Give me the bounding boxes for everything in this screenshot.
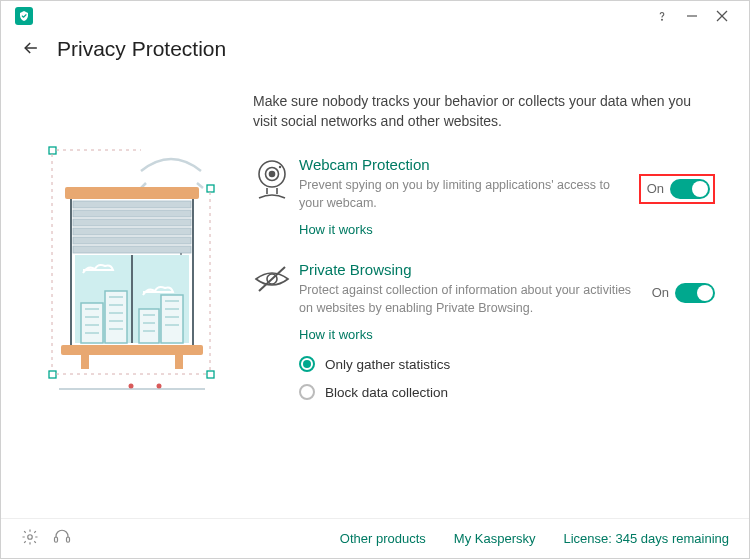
svg-rect-25 bbox=[105, 291, 127, 343]
svg-rect-14 bbox=[73, 201, 191, 208]
svg-rect-7 bbox=[207, 371, 214, 378]
webcam-desc: Prevent spying on you by limiting applic… bbox=[299, 176, 633, 212]
radio-indicator-selected bbox=[299, 356, 315, 372]
close-button[interactable] bbox=[707, 1, 737, 31]
svg-rect-18 bbox=[73, 237, 191, 244]
svg-rect-5 bbox=[207, 185, 214, 192]
svg-rect-46 bbox=[175, 355, 183, 369]
webcam-icon bbox=[253, 156, 299, 237]
svg-rect-16 bbox=[73, 219, 191, 226]
radio-block-collection[interactable]: Block data collection bbox=[299, 384, 715, 400]
svg-rect-26 bbox=[139, 309, 159, 343]
app-logo bbox=[15, 7, 33, 25]
radio-gather-stats[interactable]: Only gather statistics bbox=[299, 356, 715, 372]
svg-rect-45 bbox=[81, 355, 89, 369]
private-browsing-desc: Protect against collection of informatio… bbox=[299, 281, 646, 317]
svg-point-56 bbox=[28, 535, 33, 540]
privacy-illustration bbox=[31, 91, 245, 436]
webcam-title: Webcam Protection bbox=[299, 156, 715, 173]
svg-rect-19 bbox=[73, 246, 191, 253]
footer: Other products My Kaspersky License: 345… bbox=[1, 518, 749, 558]
section-webcam: Webcam Protection Prevent spying on you … bbox=[253, 156, 719, 237]
license-link[interactable]: License: 345 days remaining bbox=[564, 531, 730, 546]
intro-text: Make sure nobody tracks your behavior or… bbox=[253, 91, 719, 132]
svg-rect-27 bbox=[161, 295, 183, 343]
svg-point-0 bbox=[662, 19, 663, 20]
svg-rect-17 bbox=[73, 228, 191, 235]
svg-rect-13 bbox=[65, 187, 199, 199]
webcam-toggle-highlight: On bbox=[639, 174, 715, 204]
svg-rect-15 bbox=[73, 210, 191, 217]
svg-line-55 bbox=[259, 267, 285, 291]
minimize-button[interactable] bbox=[677, 1, 707, 31]
radio-indicator bbox=[299, 384, 315, 400]
webcam-toggle[interactable] bbox=[670, 179, 710, 199]
my-kaspersky-link[interactable]: My Kaspersky bbox=[454, 531, 536, 546]
radio-block-label: Block data collection bbox=[325, 385, 448, 400]
private-browsing-toggle[interactable] bbox=[675, 283, 715, 303]
svg-point-48 bbox=[129, 384, 134, 389]
private-browsing-toggle-wrap: On bbox=[652, 283, 715, 303]
private-browsing-radio-group: Only gather statistics Block data collec… bbox=[299, 356, 715, 400]
svg-rect-58 bbox=[67, 537, 70, 542]
help-button[interactable] bbox=[647, 1, 677, 31]
titlebar bbox=[1, 1, 749, 31]
section-private-browsing: Private Browsing Protect against collect… bbox=[253, 261, 719, 412]
other-products-link[interactable]: Other products bbox=[340, 531, 426, 546]
svg-point-53 bbox=[279, 165, 281, 167]
svg-rect-4 bbox=[49, 147, 56, 154]
svg-point-52 bbox=[270, 171, 275, 176]
radio-gather-label: Only gather statistics bbox=[325, 357, 450, 372]
private-browsing-howitworks-link[interactable]: How it works bbox=[299, 327, 373, 342]
page-title: Privacy Protection bbox=[57, 37, 226, 61]
webcam-toggle-state: On bbox=[647, 181, 664, 196]
svg-point-49 bbox=[157, 384, 162, 389]
content: Make sure nobody tracks your behavior or… bbox=[1, 75, 749, 436]
main: Make sure nobody tracks your behavior or… bbox=[245, 91, 719, 436]
header: Privacy Protection bbox=[1, 31, 749, 75]
back-button[interactable] bbox=[21, 38, 41, 61]
private-browsing-title: Private Browsing bbox=[299, 261, 715, 278]
private-browsing-icon bbox=[253, 261, 299, 412]
settings-icon[interactable] bbox=[21, 528, 39, 549]
webcam-howitworks-link[interactable]: How it works bbox=[299, 222, 373, 237]
svg-rect-57 bbox=[55, 537, 58, 542]
svg-rect-6 bbox=[49, 371, 56, 378]
support-icon[interactable] bbox=[53, 528, 71, 549]
svg-rect-44 bbox=[61, 345, 203, 355]
private-browsing-toggle-state: On bbox=[652, 285, 669, 300]
